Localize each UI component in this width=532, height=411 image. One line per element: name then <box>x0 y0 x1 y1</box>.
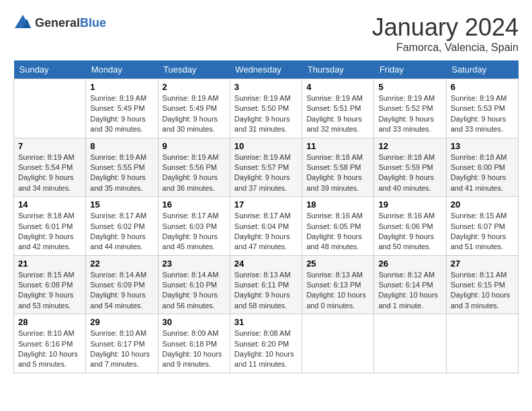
sunset-text: Sunset: 6:13 PM <box>306 280 369 290</box>
sunrise-text: Sunrise: 8:12 AM <box>378 270 441 280</box>
weekday-tuesday: Tuesday <box>158 60 230 79</box>
sunset-text: Sunset: 6:04 PM <box>234 222 298 232</box>
sunrise-text: Sunrise: 8:19 AM <box>163 152 226 163</box>
daylight-text: Daylight: 9 hours and 31 minutes. <box>234 114 298 135</box>
calendar-cell: 25Sunrise: 8:13 AMSunset: 6:13 PMDayligh… <box>302 255 374 314</box>
week-row-0: 1Sunrise: 8:19 AMSunset: 5:49 PMDaylight… <box>14 79 519 138</box>
sunset-text: Sunset: 6:03 PM <box>163 222 226 232</box>
daylight-text: Daylight: 10 hours and 1 minute. <box>378 290 441 311</box>
weekday-sunday: Sunday <box>14 60 86 79</box>
sunrise-text: Sunrise: 8:19 AM <box>451 93 514 103</box>
calendar-cell <box>14 79 86 138</box>
day-number: 30 <box>163 317 226 327</box>
header: GeneralBlue January 2024 Famorca, Valenc… <box>13 13 519 54</box>
calendar-cell <box>446 314 518 373</box>
weekday-thursday: Thursday <box>302 60 374 79</box>
sunset-text: Sunset: 6:14 PM <box>378 280 441 290</box>
daylight-text: Daylight: 9 hours and 48 minutes. <box>306 232 369 253</box>
sunrise-text: Sunrise: 8:19 AM <box>378 93 441 103</box>
location-title: Famorca, Valencia, Spain <box>372 42 519 54</box>
day-number: 16 <box>163 199 226 210</box>
week-row-3: 21Sunrise: 8:15 AMSunset: 6:08 PMDayligh… <box>14 255 519 314</box>
calendar-cell: 9Sunrise: 8:19 AMSunset: 5:56 PMDaylight… <box>158 138 230 197</box>
calendar-cell: 3Sunrise: 8:19 AMSunset: 5:50 PMDaylight… <box>230 79 302 138</box>
calendar-cell: 2Sunrise: 8:19 AMSunset: 5:49 PMDaylight… <box>158 79 230 138</box>
day-number: 3 <box>234 82 298 92</box>
title-area: January 2024 Famorca, Valencia, Spain <box>372 13 519 54</box>
daylight-text: Daylight: 9 hours and 33 minutes. <box>378 114 441 135</box>
sunrise-text: Sunrise: 8:10 AM <box>90 328 153 338</box>
sunrise-text: Sunrise: 8:19 AM <box>90 93 153 103</box>
day-number: 9 <box>163 141 226 151</box>
calendar-cell <box>302 314 374 373</box>
calendar-body: 1Sunrise: 8:19 AMSunset: 5:49 PMDaylight… <box>14 79 519 373</box>
calendar-header: SundayMondayTuesdayWednesdayThursdayFrid… <box>14 60 519 79</box>
sunrise-text: Sunrise: 8:18 AM <box>451 152 514 163</box>
calendar-cell: 31Sunrise: 8:08 AMSunset: 6:20 PMDayligh… <box>230 314 302 373</box>
logo-blue-text: Blue <box>80 16 106 30</box>
sunrise-text: Sunrise: 8:14 AM <box>163 270 226 280</box>
calendar-cell: 5Sunrise: 8:19 AMSunset: 5:52 PMDaylight… <box>374 79 446 138</box>
daylight-text: Daylight: 9 hours and 47 minutes. <box>234 232 298 253</box>
daylight-text: Daylight: 9 hours and 30 minutes. <box>163 114 226 135</box>
sunrise-text: Sunrise: 8:18 AM <box>378 152 441 163</box>
day-number: 4 <box>306 82 369 92</box>
weekday-monday: Monday <box>86 60 158 79</box>
daylight-text: Daylight: 9 hours and 37 minutes. <box>234 173 298 193</box>
day-number: 2 <box>163 82 226 92</box>
sunrise-text: Sunrise: 8:11 AM <box>451 270 514 280</box>
daylight-text: Daylight: 9 hours and 51 minutes. <box>451 232 514 253</box>
calendar-cell: 18Sunrise: 8:16 AMSunset: 6:05 PMDayligh… <box>302 197 374 256</box>
sunset-text: Sunset: 6:16 PM <box>18 339 81 349</box>
calendar-cell: 27Sunrise: 8:11 AMSunset: 6:15 PMDayligh… <box>446 255 518 314</box>
day-number: 18 <box>306 199 369 210</box>
daylight-text: Daylight: 9 hours and 36 minutes. <box>163 173 226 193</box>
sunset-text: Sunset: 5:58 PM <box>306 163 369 173</box>
daylight-text: Daylight: 9 hours and 54 minutes. <box>90 290 153 311</box>
sunset-text: Sunset: 6:05 PM <box>306 222 369 232</box>
sunset-text: Sunset: 5:56 PM <box>163 163 226 173</box>
weekday-saturday: Saturday <box>446 60 518 79</box>
week-row-1: 7Sunrise: 8:19 AMSunset: 5:54 PMDaylight… <box>14 138 519 197</box>
calendar-cell <box>374 314 446 373</box>
daylight-text: Daylight: 9 hours and 34 minutes. <box>18 173 81 193</box>
weekday-wednesday: Wednesday <box>230 60 302 79</box>
sunset-text: Sunset: 5:49 PM <box>90 103 153 113</box>
sunrise-text: Sunrise: 8:16 AM <box>306 211 369 221</box>
sunset-text: Sunset: 6:02 PM <box>90 222 153 232</box>
sunset-text: Sunset: 6:10 PM <box>163 280 226 290</box>
day-number: 28 <box>18 317 81 327</box>
daylight-text: Daylight: 9 hours and 40 minutes. <box>378 173 441 193</box>
calendar-cell: 15Sunrise: 8:17 AMSunset: 6:02 PMDayligh… <box>86 197 158 256</box>
daylight-text: Daylight: 9 hours and 42 minutes. <box>18 232 81 253</box>
calendar-cell: 13Sunrise: 8:18 AMSunset: 6:00 PMDayligh… <box>446 138 518 197</box>
day-number: 7 <box>18 141 81 151</box>
day-number: 5 <box>378 82 441 92</box>
sunrise-text: Sunrise: 8:16 AM <box>378 211 441 221</box>
day-number: 19 <box>378 199 441 210</box>
calendar-cell: 16Sunrise: 8:17 AMSunset: 6:03 PMDayligh… <box>158 197 230 256</box>
daylight-text: Daylight: 9 hours and 30 minutes. <box>90 114 153 135</box>
logo-icon <box>13 13 32 32</box>
sunrise-text: Sunrise: 8:13 AM <box>234 270 298 280</box>
day-number: 24 <box>234 259 298 269</box>
sunrise-text: Sunrise: 8:14 AM <box>90 270 153 280</box>
weekday-friday: Friday <box>374 60 446 79</box>
day-number: 26 <box>378 259 441 269</box>
sunrise-text: Sunrise: 8:19 AM <box>163 93 226 103</box>
day-number: 6 <box>451 82 514 92</box>
sunrise-text: Sunrise: 8:19 AM <box>90 152 153 163</box>
sunrise-text: Sunrise: 8:19 AM <box>18 152 81 163</box>
sunset-text: Sunset: 6:00 PM <box>451 163 514 173</box>
calendar-cell: 14Sunrise: 8:18 AMSunset: 6:01 PMDayligh… <box>14 197 86 256</box>
sunrise-text: Sunrise: 8:19 AM <box>234 152 298 163</box>
daylight-text: Daylight: 10 hours and 11 minutes. <box>234 349 298 370</box>
calendar-cell: 20Sunrise: 8:15 AMSunset: 6:07 PMDayligh… <box>446 197 518 256</box>
sunset-text: Sunset: 5:57 PM <box>234 163 298 173</box>
sunrise-text: Sunrise: 8:19 AM <box>234 93 298 103</box>
day-number: 22 <box>90 259 153 269</box>
calendar-cell: 28Sunrise: 8:10 AMSunset: 6:16 PMDayligh… <box>14 314 86 373</box>
sunset-text: Sunset: 6:09 PM <box>90 280 153 290</box>
sunset-text: Sunset: 6:08 PM <box>18 280 81 290</box>
sunrise-text: Sunrise: 8:18 AM <box>306 152 369 163</box>
